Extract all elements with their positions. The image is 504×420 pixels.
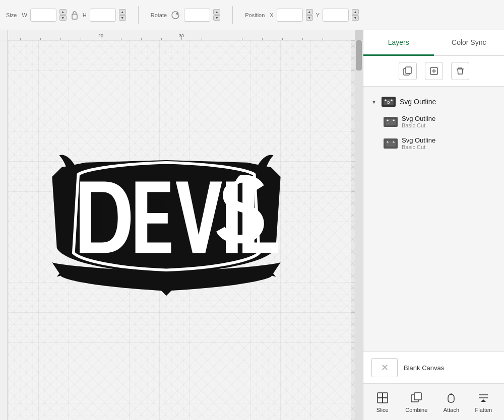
- rotate-group: Rotate 0 ▲ ▼: [151, 9, 220, 22]
- size-group: Size W ▲ ▼ H ▲ ▼: [6, 9, 126, 22]
- rotate-arrows: ▲ ▼: [213, 9, 220, 21]
- layer-item-1[interactable]: Svg Outline Basic Cut: [375, 111, 504, 132]
- layer-item-2-info: Svg Outline Basic Cut: [402, 136, 435, 150]
- x-label: X: [270, 12, 273, 18]
- divider-1: [138, 6, 139, 24]
- height-up-arrow[interactable]: ▲: [119, 9, 126, 15]
- width-down-arrow[interactable]: ▼: [59, 15, 67, 21]
- ruler-tick-sm-7: [161, 38, 162, 40]
- svg-text:D: D: [387, 101, 390, 104]
- height-arrows: ▲ ▼: [119, 9, 126, 21]
- ruler-tick-sm-12: [282, 38, 283, 40]
- ruler-tick-sm-2: [40, 38, 41, 40]
- size-label: Size: [6, 12, 17, 18]
- ruler-tick-sm-9: [222, 38, 222, 40]
- add-layer-button[interactable]: [425, 62, 443, 80]
- svg-rect-2: [406, 67, 411, 74]
- group-svg-icon: D: [383, 98, 394, 106]
- width-up-arrow[interactable]: ▲: [59, 9, 67, 15]
- tab-color-sync[interactable]: Color Sync: [434, 30, 505, 56]
- delete-icon: [456, 66, 465, 76]
- width-input[interactable]: [30, 9, 56, 22]
- blank-canvas-row[interactable]: ✕ Blank Canvas: [363, 352, 504, 383]
- svg-rect-0: [72, 14, 77, 19]
- svg-rect-8: [386, 119, 396, 125]
- ruler-tick-sm-10: [242, 38, 242, 40]
- ruler-tick-20: [101, 36, 101, 40]
- position-label: Position: [245, 12, 265, 18]
- ruler-left: [0, 40, 8, 420]
- flatten-icon: [476, 391, 490, 405]
- rotate-input[interactable]: 0: [184, 9, 210, 22]
- attach-label: Attach: [444, 407, 459, 413]
- ruler-tick-sm-5: [121, 38, 121, 40]
- rotate-label: Rotate: [151, 12, 167, 18]
- layer-children: Svg Outline Basic Cut: [363, 111, 504, 154]
- combine-label: Combine: [405, 407, 427, 413]
- layer-group-header[interactable]: ▼ D Svg Outline: [363, 93, 504, 111]
- add-icon: [429, 66, 438, 76]
- panel-toolbar: [363, 56, 504, 87]
- tab-layers[interactable]: Layers: [363, 30, 434, 56]
- ruler-tick-sm-14: [323, 38, 323, 40]
- layer-item-1-icon: [384, 117, 398, 127]
- x-up-arrow[interactable]: ▲: [306, 9, 313, 15]
- canvas-grid[interactable]: [8, 40, 355, 420]
- flatten-button[interactable]: Flatten: [471, 389, 496, 415]
- svg-rect-10: [377, 393, 383, 398]
- height-down-arrow[interactable]: ▼: [119, 15, 126, 21]
- main-area: 20 30: [0, 30, 504, 420]
- svg-rect-15: [414, 393, 421, 400]
- rotate-up-arrow[interactable]: ▲: [213, 9, 220, 15]
- canvas-area[interactable]: 20 30: [0, 30, 363, 420]
- layer-item-2-name: Svg Outline: [402, 136, 435, 144]
- position-group: Position X ▲ ▼ Y ▲ ▼: [245, 9, 359, 22]
- layer-item-2[interactable]: Svg Outline Basic Cut: [375, 132, 504, 154]
- rotate-icon: [170, 10, 181, 21]
- y-down-arrow[interactable]: ▼: [352, 15, 359, 21]
- svg-rect-9: [386, 141, 396, 147]
- combine-button[interactable]: Combine: [401, 389, 431, 415]
- y-input[interactable]: [323, 9, 349, 22]
- x-input[interactable]: [277, 9, 303, 22]
- copy-layer-button[interactable]: [399, 62, 417, 80]
- group-chevron-icon: ▼: [371, 99, 377, 105]
- height-input[interactable]: [90, 9, 116, 22]
- ruler-tick-sm-3: [60, 38, 61, 40]
- right-panel: Layers Color Sync: [363, 30, 504, 420]
- ruler-tick-30: [181, 36, 182, 40]
- scrollbar-right[interactable]: [355, 40, 363, 420]
- panel-actions: Slice Combine: [363, 383, 504, 420]
- attach-icon: [444, 391, 458, 405]
- h-label: H: [83, 12, 87, 18]
- combine-icon: [409, 391, 423, 405]
- flatten-label: Flatten: [475, 407, 492, 413]
- layer-item-1-name: Svg Outline: [402, 115, 435, 122]
- toolbar: Size W ▲ ▼ H ▲ ▼ Rotate 0 ▲ ▼: [0, 0, 504, 30]
- group-layer-icon: D: [382, 97, 396, 107]
- y-label: Y: [316, 12, 320, 18]
- blank-canvas-x-icon: ✕: [381, 362, 389, 373]
- layer-item-1-info: Svg Outline Basic Cut: [402, 115, 435, 128]
- devils-logo-container: [38, 153, 295, 308]
- slice-button[interactable]: Slice: [371, 389, 394, 415]
- attach-button[interactable]: Attach: [439, 389, 463, 415]
- ruler-tick-sm-6: [141, 38, 142, 40]
- slice-label: Slice: [376, 407, 389, 413]
- y-up-arrow[interactable]: ▲: [352, 9, 359, 15]
- x-down-arrow[interactable]: ▼: [306, 15, 313, 21]
- svg-rect-13: [383, 398, 388, 403]
- ruler-tick-sm-13: [302, 38, 303, 40]
- svg-rect-11: [383, 393, 388, 398]
- svg-rect-12: [377, 398, 383, 403]
- delete-layer-button[interactable]: [451, 62, 469, 80]
- group-layer-name: Svg Outline: [400, 98, 436, 106]
- layers-list[interactable]: ▼ D Svg Outline: [363, 87, 504, 352]
- ruler-tick-sm-4: [81, 38, 81, 40]
- y-arrows: ▲ ▼: [352, 9, 359, 21]
- rotate-down-arrow[interactable]: ▼: [213, 15, 220, 21]
- scrollbar-thumb[interactable]: [356, 40, 362, 71]
- slice-icon: [375, 391, 390, 405]
- layer-2-svg-icon: [385, 139, 396, 148]
- lock-icon[interactable]: [70, 10, 80, 20]
